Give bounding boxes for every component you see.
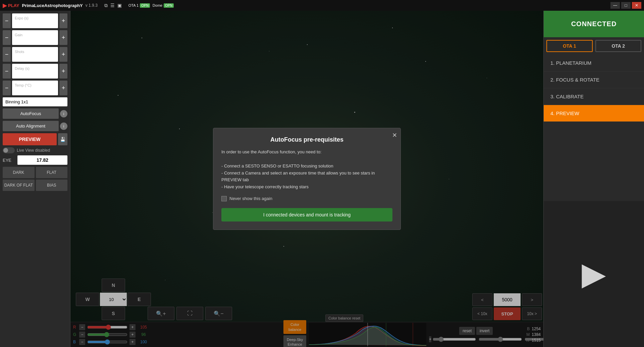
- gain-box: Gain 50: [12, 30, 58, 45]
- dialog-line1: In order to use the AutoFocus function, …: [221, 149, 321, 154]
- autofocus-button[interactable]: AutoFocus: [3, 108, 59, 119]
- eye-value: 17.82: [17, 155, 67, 165]
- shots-label: Shots: [15, 50, 55, 54]
- maximize-button[interactable]: □: [621, 2, 631, 9]
- dialog-title: AutoFocus pre-requisites: [221, 136, 392, 143]
- dialog-line2: - Connect a SESTO SENSO or ESATTO focusi…: [221, 163, 333, 168]
- auto-alignment-button[interactable]: Auto Alignment: [3, 121, 59, 131]
- window-controls: — □ ✕: [610, 2, 641, 9]
- live-view-toggle[interactable]: [3, 147, 15, 153]
- dome-opn-badge: OPN: [164, 3, 174, 8]
- expo-box: Expo (s) 5: [12, 13, 58, 28]
- never-show-checkbox[interactable]: [221, 196, 227, 201]
- title-bar: ▶ PLAY PrimaLuceAstrophotographY v 1.9.3…: [0, 0, 644, 11]
- dialog-close-button[interactable]: ✕: [392, 132, 397, 139]
- shots-minus-button[interactable]: −: [3, 47, 11, 62]
- center-area: ✕ AutoFocus pre-requisites In order to u…: [70, 11, 543, 347]
- dialog-checkbox-row: Never show this again: [221, 196, 392, 201]
- left-panel: − Expo (s) 5 + − Gain 50 + − Shots 1 +: [0, 11, 70, 347]
- gain-label: Gain: [15, 33, 55, 37]
- ota-tabs: OTA 1 OTA 2: [544, 37, 644, 55]
- bias-button[interactable]: BIAS: [36, 180, 68, 191]
- save-preview-button[interactable]: 💾: [58, 133, 67, 145]
- minimize-button[interactable]: —: [610, 2, 620, 9]
- nav-item-calibrate[interactable]: 3. CALIBRATE: [544, 88, 644, 105]
- right-panel: CONNECTED OTA 1 OTA 2 1. PLANETARIUM 2. …: [543, 11, 644, 347]
- temp-plus-button[interactable]: +: [59, 81, 67, 95]
- calib-grid: DARK FLAT DARK OF FLAT BIAS: [3, 167, 67, 191]
- auto-alignment-info-button[interactable]: i: [60, 122, 67, 130]
- expo-control: − Expo (s) 5 +: [3, 13, 67, 28]
- live-view-label: Live View disabled: [17, 148, 50, 153]
- toggle-knob: [3, 148, 8, 153]
- dark-button[interactable]: DARK: [3, 167, 35, 178]
- auto-alignment-row: Auto Alignment i: [3, 121, 67, 131]
- big-arrow-icon[interactable]: ►: [574, 251, 614, 297]
- app-logo: ▶ PLAY: [3, 2, 19, 9]
- preview-button[interactable]: PREVIEW: [3, 133, 57, 145]
- ota2-tab[interactable]: OTA 2: [595, 40, 642, 52]
- delay-label: Delay (s): [15, 66, 55, 70]
- temp-value: 0: [15, 87, 55, 93]
- delay-value: 0: [15, 70, 55, 76]
- main-layout: − Expo (s) 5 + − Gain 50 + − Shots 1 +: [0, 11, 644, 347]
- flat-button[interactable]: FLAT: [36, 167, 68, 178]
- gain-control: − Gain 50 +: [3, 30, 67, 45]
- gain-plus-button[interactable]: +: [59, 30, 67, 45]
- ota1-tab[interactable]: OTA 1: [546, 40, 593, 52]
- ota1-opn-badge: OPN: [140, 3, 150, 8]
- dialog-line4: - Have your telescope correctly tracking…: [221, 184, 309, 189]
- expo-label: Expo (s): [15, 16, 55, 20]
- expo-value: 5: [15, 20, 55, 26]
- gain-value: 50: [15, 37, 55, 42]
- live-view-row: Live View disabled: [3, 147, 67, 153]
- temp-minus-button[interactable]: −: [3, 81, 11, 95]
- dialog-body: In order to use the AutoFocus function, …: [221, 149, 392, 191]
- app-version: v 1.9.3: [86, 3, 98, 8]
- nav-menu: 1. PLANETARIUM 2. FOCUS & ROTATE 3. CALI…: [544, 55, 644, 201]
- connected-banner: CONNECTED: [544, 11, 644, 37]
- delay-box: Delay (s) 0: [12, 64, 58, 79]
- nav-item-planetarium[interactable]: 1. PLANETARIUM: [544, 55, 644, 71]
- temp-label: Temp (°C): [15, 83, 55, 87]
- right-arrow-area: ►: [544, 201, 644, 347]
- delay-plus-button[interactable]: +: [59, 64, 67, 79]
- temp-control: − Temp (°C) 0 +: [3, 81, 67, 95]
- close-button[interactable]: ✕: [632, 2, 641, 9]
- display-icon[interactable]: ▣: [117, 3, 122, 8]
- binning-row: Binning 1x1 Binning 2x2 Binning 3x3 Binn…: [3, 97, 67, 106]
- preview-row: PREVIEW 💾: [3, 133, 67, 145]
- settings-icon[interactable]: ☰: [110, 3, 115, 8]
- shots-control: − Shots 1 +: [3, 47, 67, 62]
- autofocus-row: AutoFocus i: [3, 108, 67, 119]
- dark-of-flat-button[interactable]: DARK OF FLAT: [3, 180, 35, 191]
- gain-minus-button[interactable]: −: [3, 30, 11, 45]
- title-bar-icons: ⧉ ☰ ▣: [104, 3, 122, 8]
- autofocus-dialog: ✕ AutoFocus pre-requisites In order to u…: [213, 128, 401, 230]
- temp-box: Temp (°C) 0: [12, 81, 58, 95]
- app-play-label: PLAY: [8, 3, 19, 8]
- delay-minus-button[interactable]: −: [3, 64, 11, 79]
- expo-minus-button[interactable]: −: [3, 13, 11, 28]
- dome-device: Dome OPN: [153, 3, 174, 8]
- dialog-confirm-button[interactable]: I connected devices and mount is trackin…: [221, 208, 392, 221]
- binning-select[interactable]: Binning 1x1 Binning 2x2 Binning 3x3 Binn…: [3, 97, 67, 106]
- autofocus-info-button[interactable]: i: [60, 110, 67, 117]
- modal-overlay: ✕ AutoFocus pre-requisites In order to u…: [70, 11, 543, 347]
- eye-row: EYE 17.82: [3, 155, 67, 165]
- shots-box: Shots 1: [12, 47, 58, 62]
- shots-plus-button[interactable]: +: [59, 47, 67, 62]
- delay-control: − Delay (s) 0 +: [3, 64, 67, 79]
- eye-label: EYE: [3, 158, 16, 163]
- nav-item-focus-rotate[interactable]: 2. FOCUS & ROTATE: [544, 71, 644, 88]
- cursor-icon[interactable]: ⧉: [104, 3, 108, 8]
- expo-plus-button[interactable]: +: [59, 13, 67, 28]
- ota1-device: OTA 1 OPN: [128, 3, 150, 8]
- app-name: PrimaLuceAstrophotographY: [22, 3, 83, 8]
- dialog-line3: - Connect a Camera and select an exposur…: [221, 170, 375, 183]
- nav-item-preview[interactable]: 4. PREVIEW: [544, 105, 644, 122]
- dialog-checkbox-label: Never show this again: [229, 196, 272, 201]
- shots-value: 1: [15, 54, 55, 59]
